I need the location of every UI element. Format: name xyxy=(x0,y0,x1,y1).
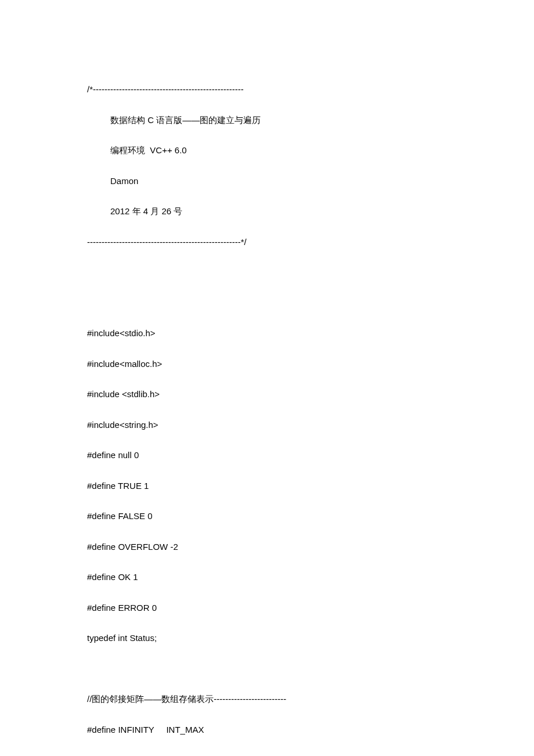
code-line: #include<stdio.h> xyxy=(87,326,447,341)
code-line: #define INFINITY INT_MAX xyxy=(87,722,447,737)
blank-line xyxy=(87,296,447,311)
code-line: /*--------------------------------------… xyxy=(87,82,447,97)
code-line: Damon xyxy=(87,174,447,189)
code-line: #define null 0 xyxy=(87,448,447,463)
code-line: #include<malloc.h> xyxy=(87,357,447,372)
code-line: #define FALSE 0 xyxy=(87,509,447,524)
code-line: ----------------------------------------… xyxy=(87,235,447,250)
blank-line xyxy=(87,265,447,280)
document-page: /*--------------------------------------… xyxy=(0,0,534,756)
blank-line xyxy=(87,661,447,676)
code-line: #define OVERFLOW -2 xyxy=(87,539,447,555)
code-line: typedef int Status; xyxy=(87,631,447,646)
code-line: #define ERROR 0 xyxy=(87,600,447,615)
code-line: 数据结构 C 语言版——图的建立与遍历 xyxy=(87,113,447,128)
code-line: 编程环境 VC++ 6.0 xyxy=(87,143,447,158)
code-line: 2012 年 4 月 26 号 xyxy=(87,204,447,219)
code-line: #define OK 1 xyxy=(87,570,447,585)
code-line: //图的邻接矩阵——数组存储表示------------------------… xyxy=(87,692,447,707)
code-line: #define TRUE 1 xyxy=(87,478,447,494)
code-line: #include <stdlib.h> xyxy=(87,387,447,402)
code-line: #include<string.h> xyxy=(87,417,447,433)
code-line: #define MAX_VERTEX_NUM 20 xyxy=(87,753,447,756)
